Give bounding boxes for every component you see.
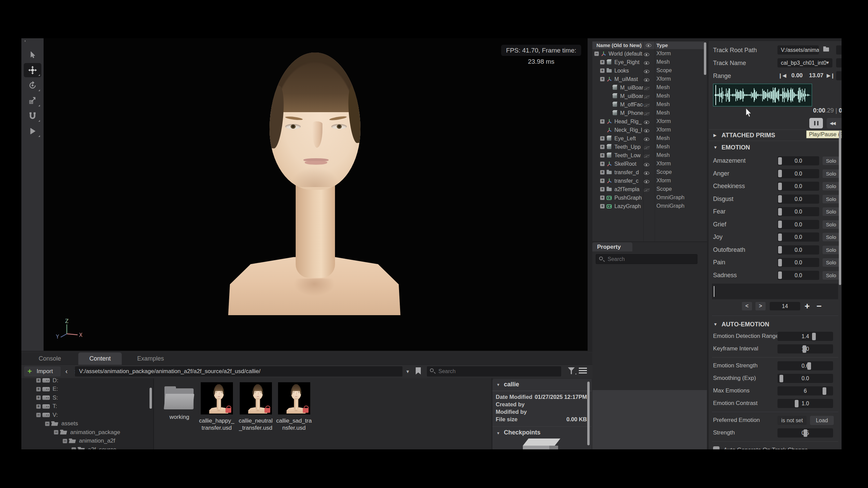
- page-next-button[interactable]: >: [755, 302, 766, 310]
- list-item-callie-neutral-transfer-usd[interactable]: callie_neutral_transfer.usd: [237, 382, 274, 431]
- list-item-callie-happy-transfer-usd[interactable]: callie_happy_transfer.usd: [198, 382, 235, 431]
- minus-box-icon[interactable]: −: [45, 422, 50, 426]
- range-end-value[interactable]: 13.07: [809, 72, 824, 79]
- keyframe-text-area[interactable]: [712, 284, 838, 299]
- table-row[interactable]: M_uiBoardMesh: [592, 92, 704, 100]
- checkpoint-thumbnail[interactable]: [523, 439, 560, 449]
- sidebar-item-a2f_source[interactable]: −a2f_source: [72, 445, 116, 449]
- eye-hidden-icon[interactable]: [644, 104, 649, 107]
- eye-visible-icon[interactable]: [644, 180, 649, 183]
- 3d-viewport[interactable]: FPS: 41.70, Frame time: 23.98 ms Z X Y: [44, 38, 588, 351]
- slider-handle[interactable]: [778, 271, 782, 279]
- table-row[interactable]: +transfer_dScope: [592, 168, 704, 177]
- browse-folder-icon[interactable]: [822, 47, 830, 53]
- eye-hidden-icon[interactable]: [644, 155, 649, 158]
- solo-button[interactable]: Solo: [823, 169, 840, 178]
- character-head-model[interactable]: [226, 53, 402, 315]
- slider-handle[interactable]: [778, 170, 782, 177]
- solo-button[interactable]: Solo: [823, 233, 840, 241]
- table-row[interactable]: M_offFaceMesh: [592, 100, 704, 109]
- slider-handle[interactable]: [778, 233, 782, 241]
- bookmark-icon[interactable]: [416, 367, 421, 374]
- remove-keyframe-button[interactable]: −: [816, 301, 822, 311]
- solo-button[interactable]: Solo: [823, 182, 840, 190]
- sidebar-item-animation_a2f[interactable]: −animation_a2f: [63, 437, 115, 445]
- minus-box-icon[interactable]: −: [594, 52, 599, 56]
- plus-box-icon[interactable]: +: [600, 77, 605, 81]
- solo-button[interactable]: Solo: [823, 220, 840, 229]
- path-field[interactable]: V:/assets/animation_package/animation_a2…: [75, 366, 402, 377]
- slider-handle[interactable]: [778, 208, 782, 216]
- import-button[interactable]: + Import: [24, 366, 61, 377]
- tool-play-tool[interactable]: [24, 124, 41, 138]
- tab-console[interactable]: Console: [23, 352, 77, 365]
- emotion-slider[interactable]: 0.0: [777, 245, 819, 255]
- slider-handle[interactable]: [803, 345, 806, 353]
- content-search-input[interactable]: [438, 367, 560, 376]
- plus-box-icon[interactable]: +: [600, 162, 605, 166]
- sidebar-item-animation_package[interactable]: −animation_package: [54, 428, 120, 436]
- slider-handle[interactable]: [778, 195, 782, 203]
- eye-hidden-icon[interactable]: [644, 87, 649, 90]
- emotion-slider[interactable]: 0.0: [777, 258, 819, 267]
- range-start-value[interactable]: 0.00: [791, 72, 803, 79]
- table-row[interactable]: +Teeth_UppMesh: [592, 143, 704, 151]
- solo-button[interactable]: Solo: [823, 207, 840, 216]
- list-item-callie-sad-transfer-usd[interactable]: callie_sad_transfer.usd: [275, 382, 313, 431]
- skip-end-icon[interactable]: ▶❙: [827, 73, 835, 79]
- track-root-path-field[interactable]: V:/assets/anima: [777, 45, 819, 55]
- attached-prims-section[interactable]: ▶ ATTACHED PRIMS: [709, 129, 842, 141]
- plus-box-icon[interactable]: +: [600, 145, 605, 149]
- slider-handle[interactable]: [795, 400, 798, 407]
- table-row[interactable]: +Teeth_LowMesh: [592, 151, 704, 160]
- table-row[interactable]: +LooksScope: [592, 66, 704, 75]
- stage-column-type[interactable]: Type: [656, 42, 668, 48]
- panel-scrollbar[interactable]: [839, 131, 841, 285]
- eye-visible-icon[interactable]: [644, 138, 649, 141]
- emotion-slider[interactable]: 0.0: [777, 169, 819, 178]
- auto-generate-checkbox[interactable]: [713, 446, 719, 449]
- emotion-section-header[interactable]: ▼ EMOTION: [709, 141, 842, 155]
- slider-handle[interactable]: [807, 362, 811, 370]
- solo-button[interactable]: Solo: [823, 246, 840, 254]
- table-row[interactable]: M_PhonemMesh: [592, 109, 704, 117]
- eye-visible-icon[interactable]: [644, 53, 649, 56]
- slider-handle[interactable]: [812, 333, 816, 340]
- filter-funnel-icon[interactable]: [568, 367, 575, 374]
- auto-emotion-slider[interactable]: 1.0: [777, 344, 833, 353]
- eye-visible-icon[interactable]: [644, 61, 649, 65]
- page-prev-button[interactable]: <: [742, 302, 752, 310]
- auto-emotion-slider[interactable]: 0.0: [777, 374, 833, 383]
- emotion-slider[interactable]: 0.0: [777, 182, 819, 191]
- plus-box-icon[interactable]: +: [600, 119, 605, 124]
- back-button[interactable]: ‹: [62, 366, 71, 377]
- solo-button[interactable]: Solo: [823, 258, 840, 267]
- eye-hidden-icon[interactable]: [644, 188, 649, 192]
- table-row[interactable]: −World (defaultXform: [592, 49, 704, 58]
- details-header[interactable]: ▼ callie: [492, 379, 592, 391]
- emotion-slider[interactable]: 0.0: [777, 156, 819, 165]
- plus-box-icon[interactable]: +: [600, 179, 605, 183]
- eye-hidden-icon[interactable]: [644, 112, 649, 116]
- sidebar-item-e[interactable]: +E:: [36, 385, 58, 393]
- eye-visible-icon[interactable]: [644, 163, 649, 166]
- sidebar-item-assets[interactable]: −assets: [45, 420, 78, 428]
- eye-hidden-icon[interactable]: [644, 95, 649, 99]
- table-row[interactable]: +Eye_LeftMesh: [592, 134, 704, 143]
- minus-box-icon[interactable]: −: [63, 439, 67, 443]
- table-row[interactable]: +PushGraphOmniGraph: [592, 194, 704, 202]
- strength-slider[interactable]: 0.5: [777, 428, 833, 438]
- file-grid-pane[interactable]: workingcallie_happy_transfer.usdcallie_n…: [154, 378, 492, 449]
- sidebar-item-d[interactable]: +D:: [36, 378, 58, 385]
- emotion-slider[interactable]: 0.0: [777, 207, 819, 216]
- table-row[interactable]: +Eye_RightMesh: [592, 58, 704, 66]
- list-item-working[interactable]: working: [161, 382, 198, 421]
- stage-scrollbar[interactable]: [704, 42, 706, 75]
- plus-box-icon[interactable]: +: [36, 378, 41, 383]
- stage-column-name[interactable]: Name (Old to New): [596, 42, 642, 48]
- slider-handle[interactable]: [778, 157, 782, 165]
- plus-box-icon[interactable]: +: [36, 387, 41, 391]
- load-button[interactable]: Load: [810, 416, 834, 425]
- plus-box-icon[interactable]: +: [600, 170, 605, 175]
- slider-handle[interactable]: [780, 375, 783, 382]
